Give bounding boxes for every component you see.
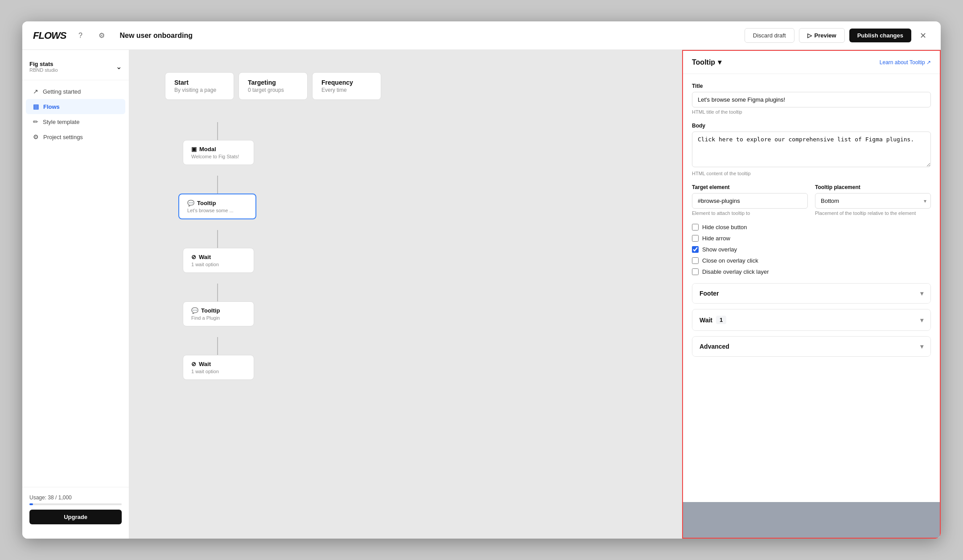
title-input[interactable] [692, 92, 931, 107]
upgrade-button[interactable]: Upgrade [29, 510, 122, 524]
user-name: Fig stats [29, 61, 58, 67]
hide-close-button-checkbox[interactable]: Hide close button [692, 224, 931, 231]
show-overlay-checkbox[interactable]: Show overlay [692, 246, 931, 253]
connector-tooltip1-wait1 [217, 230, 218, 248]
hide-arrow-input[interactable] [692, 235, 699, 242]
target-element-input[interactable] [692, 193, 808, 209]
target-element-col: Target element Element to attach tooltip… [692, 184, 808, 216]
body-textarea[interactable]: Click here to explore our comprehensive … [692, 132, 931, 167]
preview-label: Preview [815, 32, 836, 39]
sidebar-item-flows[interactable]: ▤ Flows [26, 99, 125, 114]
wait1-node[interactable]: ⊘ Wait 1 wait option [183, 248, 254, 273]
tooltip-icon: 💬 [187, 200, 194, 206]
wait1-node-title: ⊘ Wait [191, 254, 246, 260]
discard-button[interactable]: Discard draft [745, 28, 794, 43]
top-nodes-row: Start By visiting a page Targeting 0 tar… [165, 72, 381, 100]
title-sublabel: HTML title of the tooltip [692, 109, 931, 115]
advanced-chevron-icon: ▾ [920, 343, 923, 350]
hide-close-button-input[interactable] [692, 224, 699, 231]
panel-title[interactable]: Tooltip ▾ [692, 58, 721, 66]
connector-wait1-tooltip2 [217, 284, 218, 301]
footer-accordion-header[interactable]: Footer ▾ [692, 284, 930, 303]
connector-top-modal [217, 122, 218, 140]
preview-button[interactable]: ▷ Preview [799, 28, 845, 43]
targeting-node-title: Targeting [248, 79, 298, 86]
disable-overlay-input[interactable] [692, 268, 699, 275]
right-panel: Tooltip ▾ Learn about Tooltip ↗ Title HT… [682, 50, 941, 539]
hide-close-button-label: Hide close button [702, 224, 747, 231]
checkbox-group: Hide close button Hide arrow Show overla… [692, 224, 931, 275]
targeting-node-sub: 0 target groups [248, 87, 298, 93]
wait2-node[interactable]: ⊘ Wait 1 wait option [183, 355, 254, 380]
main-canvas: Start By visiting a page Targeting 0 tar… [129, 50, 682, 539]
close-on-overlay-input[interactable] [692, 257, 699, 264]
connector-tooltip2-wait2 [217, 337, 218, 355]
sidebar-user[interactable]: Fig stats RBND studio ⌄ [22, 57, 129, 80]
disable-overlay-checkbox[interactable]: Disable overlay click layer [692, 268, 931, 275]
usage-label: Usage: 38 / 1,000 [29, 494, 122, 501]
modal-node-title: ▣ Modal [191, 146, 246, 152]
modal-node-sub: Welcome to Fig Stats! [191, 154, 246, 159]
sidebar-item-project-settings[interactable]: ⚙ Project settings [26, 129, 125, 144]
learn-about-link[interactable]: Learn about Tooltip ↗ [880, 59, 931, 66]
panel-body: Title HTML title of the tooltip Body Cli… [683, 74, 940, 502]
show-overlay-input[interactable] [692, 246, 699, 253]
sidebar-bottom: Usage: 38 / 1,000 Upgrade [22, 487, 129, 531]
start-node-title: Start [174, 79, 225, 86]
publish-button[interactable]: Publish changes [849, 29, 911, 42]
tooltip1-node-sub: Let's browse some ... [187, 208, 247, 213]
advanced-accordion-header[interactable]: Advanced ▾ [692, 337, 930, 356]
advanced-accordion: Advanced ▾ [692, 336, 931, 357]
sidebar-user-info: Fig stats RBND studio [29, 61, 58, 73]
close-icon: ✕ [920, 31, 926, 41]
modal-icon: ▣ [191, 146, 197, 152]
help-icon: ? [78, 32, 82, 40]
frequency-node-sub: Every time [321, 87, 372, 93]
footer-accordion: Footer ▾ [692, 283, 931, 304]
user-studio: RBND studio [29, 67, 58, 73]
footer-label: Footer [700, 290, 719, 297]
sidebar-item-style-template[interactable]: ✏ Style template [26, 114, 125, 129]
start-node[interactable]: Start By visiting a page [165, 72, 234, 100]
title-form-group: Title HTML title of the tooltip [692, 83, 931, 115]
frequency-node-title: Frequency [321, 79, 372, 86]
play-icon: ▷ [807, 32, 812, 39]
placement-select[interactable]: Bottom Top Left Right [815, 193, 931, 209]
wait-row: Wait 1 [700, 316, 726, 324]
body: Fig stats RBND studio ⌄ ↗ Getting starte… [22, 50, 941, 539]
wait1-icon: ⊘ [191, 254, 196, 260]
close-on-overlay-checkbox[interactable]: Close on overlay click [692, 257, 931, 264]
hide-arrow-label: Hide arrow [702, 235, 730, 242]
target-element-sublabel: Element to attach tooltip to [692, 210, 808, 216]
panel-title-chevron: ▾ [718, 58, 721, 66]
sidebar-item-getting-started[interactable]: ↗ Getting started [26, 84, 125, 99]
help-button[interactable]: ? [73, 29, 87, 43]
footer-chevron-icon: ▾ [920, 290, 923, 297]
hide-arrow-checkbox[interactable]: Hide arrow [692, 235, 931, 242]
app-window: FLOWS ? ⚙ New user onboarding Discard dr… [22, 21, 941, 539]
flows-icon: ▤ [33, 103, 39, 110]
settings-button[interactable]: ⚙ [95, 29, 109, 43]
placement-col: Tooltip placement Bottom Top Left Right … [815, 184, 931, 216]
close-button[interactable]: ✕ [916, 29, 930, 43]
wait-accordion: Wait 1 ▾ [692, 309, 931, 331]
wait-number: 1 [716, 316, 726, 324]
targeting-node[interactable]: Targeting 0 target groups [239, 72, 308, 100]
target-element-label: Target element [692, 184, 808, 190]
show-overlay-label: Show overlay [702, 246, 737, 253]
wait2-node-title: ⊘ Wait [191, 361, 246, 367]
usage-bar-fill [29, 503, 33, 505]
usage-bar [29, 503, 122, 505]
wait-chevron-icon: ▾ [920, 317, 923, 324]
tooltip2-node[interactable]: 💬 Tooltip Find a Plugin [183, 301, 254, 326]
sidebar-item-label: Flows [43, 103, 60, 110]
tooltip1-node[interactable]: 💬 Tooltip Let's browse some ... [178, 194, 256, 219]
app-logo: FLOWS [33, 30, 66, 41]
header: FLOWS ? ⚙ New user onboarding Discard dr… [22, 21, 941, 50]
modal-node[interactable]: ▣ Modal Welcome to Fig Stats! [183, 140, 254, 165]
wait-accordion-header[interactable]: Wait 1 ▾ [692, 309, 930, 330]
frequency-node[interactable]: Frequency Every time [312, 72, 381, 100]
style-template-icon: ✏ [33, 118, 38, 125]
tooltip2-node-title: 💬 Tooltip [191, 307, 246, 314]
wait-label: Wait [700, 317, 712, 324]
